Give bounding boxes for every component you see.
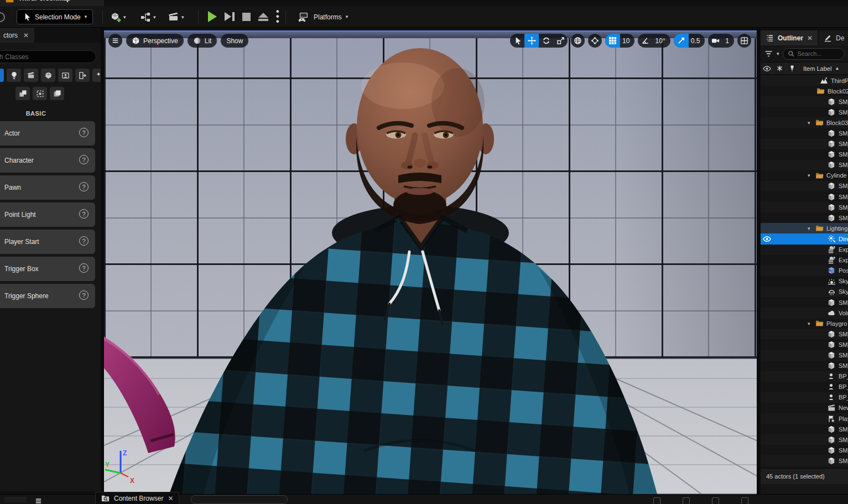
expand-arrow-icon[interactable]: ▾ — [808, 321, 815, 326]
status-icon[interactable] — [741, 497, 748, 504]
outliner-row-sm-c[interactable]: SM_C — [761, 212, 848, 223]
status-icon[interactable] — [712, 497, 719, 504]
outliner-row-sm-c[interactable]: SM_C — [761, 149, 848, 160]
panel-divider[interactable] — [757, 28, 760, 494]
outliner-row-sm-cha[interactable]: SM_Cha — [761, 445, 848, 455]
item-label-column-header[interactable]: Item Label▲ — [799, 65, 848, 72]
outliner-row-newlev[interactable]: NewLev — [761, 403, 848, 413]
outliner-row-block03[interactable]: ▾Block03 — [761, 117, 848, 128]
eject-button[interactable] — [258, 13, 268, 21]
camera-speed-control[interactable]: 1 — [708, 34, 734, 48]
outliner-row-sm-c[interactable]: SM_C — [761, 160, 848, 170]
outliner-row-bp-dax[interactable]: BP_Dax — [761, 382, 848, 392]
play-options-menu[interactable]: ••• — [276, 9, 279, 24]
outliner-row-sm-s[interactable]: SM_S — [761, 297, 848, 308]
outliner-row-bp-va[interactable]: BP_VA — [761, 392, 848, 403]
grid-snap-control[interactable]: 10 — [605, 34, 634, 48]
place-item-trigger-box[interactable]: Trigger Box? — [0, 257, 95, 281]
surface-snapping-button[interactable] — [588, 34, 602, 48]
outliner-tab[interactable]: Outliner ✕ — [761, 30, 818, 45]
outliner-row-sm-c[interactable]: SM_C — [761, 350, 848, 360]
outliner-row-sm-c[interactable]: SM_C — [761, 202, 848, 212]
outliner-row-sm-c[interactable]: SM_C — [761, 128, 848, 138]
scale-snap-control[interactable]: 0.5 — [674, 34, 705, 48]
help-icon[interactable]: ? — [79, 182, 89, 191]
category-volumes-icon[interactable] — [33, 87, 47, 100]
help-icon[interactable]: ? — [79, 155, 89, 164]
expand-arrow-icon[interactable]: ▾ — [808, 226, 815, 231]
outliner-row-direc[interactable]: Direc — [761, 233, 848, 244]
expand-arrow-icon[interactable]: ▾ — [808, 120, 815, 126]
category-selected-cut[interactable] — [0, 69, 4, 82]
help-icon[interactable]: ? — [79, 290, 89, 300]
outliner-row-sm-c[interactable]: SM_C — [761, 181, 848, 191]
category-visual-icon[interactable] — [58, 69, 72, 82]
category-layers-icon[interactable] — [50, 87, 64, 100]
details-tab[interactable]: De — [819, 30, 848, 45]
outliner-row-playgro[interactable]: ▾Playgro — [761, 318, 848, 329]
close-icon[interactable]: ✕ — [807, 34, 813, 42]
level-tab[interactable]: ThirdPersonMap — [0, 0, 104, 6]
outliner-row-sm-c[interactable]: SM_C — [761, 339, 848, 350]
help-icon[interactable]: ? — [79, 236, 89, 246]
help-icon[interactable]: ? — [79, 128, 89, 137]
world-local-toggle[interactable] — [571, 34, 585, 48]
add-actor-button[interactable]: ▾ — [108, 10, 128, 24]
viewport-options-menu[interactable] — [108, 34, 122, 48]
outliner-row-players[interactable]: PlayerS — [761, 413, 848, 424]
status-icon[interactable] — [683, 497, 690, 504]
cinematics-button[interactable]: ▾ — [166, 10, 186, 24]
category-cinematic-icon[interactable] — [24, 69, 38, 82]
help-icon[interactable]: ? — [79, 263, 89, 273]
selection-mode-dropdown[interactable]: Selection Mode ▾ — [17, 9, 93, 24]
scale-tool[interactable] — [553, 34, 568, 48]
outliner-row-postp[interactable]: PostP — [761, 266, 848, 276]
search-classes-input[interactable]: h Classes — [0, 50, 96, 63]
category-stepin-icon[interactable] — [75, 69, 90, 82]
outliner-row-skya[interactable]: SkyA — [761, 276, 848, 287]
outliner-row-sm-cha[interactable]: SM_Cha — [761, 434, 848, 445]
place-item-pawn[interactable]: Pawn? — [0, 175, 95, 200]
view-mode-dropdown[interactable]: Lit — [188, 34, 217, 48]
rotate-tool[interactable] — [539, 34, 553, 48]
place-item-trigger-sphere[interactable]: Trigger Sphere? — [0, 284, 95, 308]
eye-icon[interactable] — [761, 236, 773, 242]
outliner-row-sm-c[interactable]: SM_C — [761, 361, 848, 371]
outliner-row-expor[interactable]: Expor — [761, 255, 848, 266]
show-dropdown[interactable]: Show — [221, 34, 248, 48]
maximize-viewport-button[interactable] — [737, 34, 751, 48]
expand-arrow-icon[interactable]: ▾ — [808, 173, 815, 178]
stop-button[interactable] — [242, 13, 251, 21]
outliner-row-sm-c[interactable]: SM_C — [761, 329, 848, 339]
place-item-point-light[interactable]: Point Light? — [0, 202, 95, 227]
outliner-row-expor[interactable]: Expor — [761, 245, 848, 255]
outliner-search-input[interactable]: Search... — [783, 48, 845, 60]
outliner-row-block02[interactable]: Block02 — [761, 86, 848, 96]
status-search-input[interactable] — [191, 495, 288, 504]
category-shapes-icon[interactable] — [41, 69, 55, 82]
level-viewport[interactable]: Z Y X Perspective Lit Show — [104, 30, 757, 494]
status-icon[interactable] — [653, 497, 660, 504]
close-icon[interactable]: ✕ — [168, 495, 173, 502]
help-icon[interactable]: ? — [79, 209, 89, 219]
filter-icon[interactable] — [764, 50, 773, 58]
outliner-row-cylinde[interactable]: ▾Cylinde — [761, 170, 848, 181]
content-browser-tab[interactable]: Content Browser ✕ — [95, 492, 179, 504]
rotation-snap-control[interactable]: 10° — [638, 34, 670, 48]
output-log-icon[interactable] — [34, 497, 43, 504]
outliner-row-sm-c[interactable]: SM_C — [761, 107, 848, 117]
category-lights-icon[interactable] — [7, 69, 21, 82]
place-actors-tab[interactable]: ctors ✕ — [0, 28, 34, 43]
outliner-row-bp-ada[interactable]: BP_Ada — [761, 371, 848, 382]
chevron-down-icon[interactable]: ▾ — [777, 51, 779, 56]
blueprints-button[interactable]: ▾ — [138, 10, 158, 24]
category-geometry-icon[interactable] — [15, 87, 30, 100]
outliner-row-sm-ra[interactable]: SM_Ra — [761, 455, 848, 466]
outliner-row-sm-cha[interactable]: SM_Cha — [761, 424, 848, 434]
play-button[interactable] — [208, 11, 217, 22]
clipped-drawer-button[interactable] — [4, 497, 27, 502]
outliner-row-sm-c[interactable]: SM_C — [761, 139, 848, 149]
outliner-row-lighting[interactable]: ▾Lighting — [761, 223, 848, 233]
place-item-character[interactable]: Character? — [0, 148, 95, 173]
close-icon[interactable]: ✕ — [23, 32, 29, 39]
